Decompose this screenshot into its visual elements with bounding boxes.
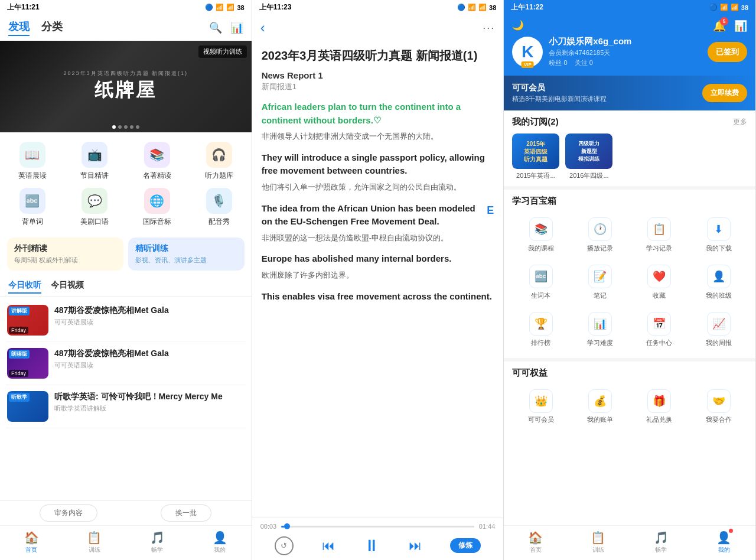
vip-banner: 可可会员 精选8千期美剧电影新闻演讲课程 立即续费 xyxy=(504,76,755,110)
sign-in-button[interactable]: 已签到 xyxy=(708,42,747,62)
view-more-btn[interactable]: 审务内容 xyxy=(40,504,97,522)
task-center-icon: 📅 xyxy=(647,312,671,336)
morning-reading-icon: 📖 xyxy=(19,142,45,168)
header-action-icons: 🌙 🔔 5 📊 xyxy=(512,19,747,32)
tool-my-courses[interactable]: 📚 我的课程 xyxy=(512,213,569,258)
notes-icon: 📝 xyxy=(588,265,612,288)
list-item[interactable]: 朗读版 Friday 487期谷爱凌惊艳亮相Met Gala 可可英语晨读 xyxy=(6,342,246,385)
renew-button[interactable]: 立即续费 xyxy=(702,84,747,102)
task-center-label: 任务中心 xyxy=(646,338,672,347)
next-button[interactable]: ⏭ xyxy=(409,538,422,554)
nav-home-1[interactable]: 🏠 首页 xyxy=(0,526,63,560)
icon-classics[interactable]: 📚 名著精读 xyxy=(127,138,187,184)
list-content-2: 487期谷爱凌惊艳亮相Met Gala 可可英语晨读 xyxy=(54,348,245,370)
batch-btn[interactable]: 换一批 xyxy=(161,504,211,522)
feature-card-magazine[interactable]: 外刊精读 每周5期 权威外刊解读 xyxy=(7,237,123,271)
profile-stats: 粉丝 0 关注 0 xyxy=(549,58,702,67)
sub-item-2[interactable]: 四级听力新题型模拟训练 2016年四级... xyxy=(565,134,612,180)
benefit-partner[interactable]: 🤝 我要合作 xyxy=(690,385,747,429)
tab-category[interactable]: 分类 xyxy=(41,19,63,36)
more-button[interactable]: ··· xyxy=(483,22,495,34)
nav-home-3[interactable]: 🏠 首页 xyxy=(504,526,566,560)
subscription-list: 2015年英语四级听力真题 2015年英语... 四级听力新题型模拟训练 201… xyxy=(512,134,747,180)
icon-phonetics[interactable]: 🌐 国际音标 xyxy=(127,184,187,230)
benefit-vip-label: 可可会员 xyxy=(528,415,554,424)
tab-discovery[interactable]: 发现 xyxy=(8,19,30,36)
nav-learn-3[interactable]: 🎵 畅学 xyxy=(630,526,692,560)
tool-favorites[interactable]: ❤️ 收藏 xyxy=(631,260,687,305)
subscription-section: 我的订阅(2) 更多 2015年英语四级听力真题 2015年英语... 四级听力… xyxy=(504,110,755,186)
sub-item-1[interactable]: 2015年英语四级听力真题 2015年英语... xyxy=(512,134,559,180)
benefit-gift[interactable]: 🎁 礼品兑换 xyxy=(631,385,687,429)
benefit-vip[interactable]: 👑 可可会员 xyxy=(512,385,569,429)
my-courses-label: 我的课程 xyxy=(528,244,554,253)
back-button[interactable]: ‹ xyxy=(260,19,265,36)
feature-card-listening[interactable]: 精听训练 影视、资讯、演讲多主题 xyxy=(128,237,245,271)
status-bar-1: 上午11:21 🔵 📶 📶 38 xyxy=(0,0,252,15)
prev-button[interactable]: ⏮ xyxy=(322,538,335,554)
tab-today-listen[interactable]: 今日收听 xyxy=(8,280,41,294)
signal-icon: 📊 xyxy=(734,19,747,32)
list-item[interactable]: 讲解版 Friday 487期谷爱凌惊艳亮相Met Gala 可可英语晨读 xyxy=(6,299,246,342)
audio-bar: 00:03 01:44 ↺ ⏮ ⏸ ⏭ 修炼 xyxy=(252,517,504,560)
weekly-report-label: 我的周报 xyxy=(706,338,732,347)
benefit-billing[interactable]: 💰 我的账单 xyxy=(572,385,628,429)
icon-program[interactable]: 📺 节目精讲 xyxy=(64,138,124,184)
tool-downloads[interactable]: ⬇ 我的下载 xyxy=(690,213,747,258)
list-content-3: 听歌学英语: 可怜可怜我吧！Mercy Mercy Me 听歌学英语讲解版 xyxy=(54,391,245,413)
benefits-grid: 👑 可可会员 💰 我的账单 🎁 礼品兑换 🤝 我要合作 xyxy=(512,385,747,429)
replay-button[interactable]: ↺ xyxy=(275,536,294,555)
vip-badge: VIP xyxy=(522,61,534,68)
para-5-en: This enables visa free movement across t… xyxy=(262,290,494,304)
list-title-2: 487期谷爱凌惊艳亮相Met Gala xyxy=(54,348,245,359)
tool-task-center[interactable]: 📅 任务中心 xyxy=(631,307,687,352)
article-subtitle: News Report 1 xyxy=(262,70,494,80)
today-tabs: 今日收听 今日视频 xyxy=(0,275,252,297)
status-time-3: 上午11:22 xyxy=(511,2,543,12)
tool-my-class[interactable]: 👤 我的班级 xyxy=(690,260,747,305)
icon-grid: 📖 英语晨读 📺 节目精讲 📚 名著精读 🎧 听力题库 xyxy=(0,132,252,184)
nav-mine-1[interactable]: 👤 我的 xyxy=(188,526,251,560)
home-icon: 🏠 xyxy=(24,530,39,545)
study-record-label: 学习记录 xyxy=(646,244,672,253)
progress-track[interactable] xyxy=(281,526,474,528)
vip-days: 会员剩余47462185天 xyxy=(549,48,702,57)
toolbox-title: 学习百宝箱 xyxy=(512,196,556,207)
stats-icon[interactable]: 📊 xyxy=(230,21,243,34)
icon-vocabulary[interactable]: 🔤 背单词 xyxy=(2,184,62,230)
icon-listening[interactable]: 🎧 听力题库 xyxy=(189,138,249,184)
icon-morning-reading[interactable]: 📖 英语晨读 xyxy=(2,138,62,184)
program-icon: 📺 xyxy=(82,142,107,168)
icon-grid-2: 🔤 背单词 💬 美剧口语 🌐 国际音标 🎙️ 配音秀 xyxy=(0,184,252,233)
tool-play-history[interactable]: 🕐 播放记录 xyxy=(572,213,628,258)
moon-icon[interactable]: 🌙 xyxy=(512,19,524,32)
benefit-gift-icon: 🎁 xyxy=(647,389,671,413)
tab-today-video[interactable]: 今日视频 xyxy=(51,280,84,294)
tool-vocabulary[interactable]: 🔤 生词本 xyxy=(512,260,569,305)
tool-difficulty[interactable]: 📊 学习难度 xyxy=(572,307,628,352)
tool-weekly-report[interactable]: 📈 我的周报 xyxy=(690,307,747,352)
list-item[interactable]: 听歌学 听歌学英语: 可怜可怜我吧！Mercy Mercy Me 听歌学英语讲解… xyxy=(6,385,246,428)
nav-train-1[interactable]: 📋 训练 xyxy=(63,526,125,560)
banner[interactable]: 2023年3月英语四级听力真题 新闻报道(1) 纸牌屋 视频听力训练 xyxy=(0,41,252,132)
subscription-more[interactable]: 更多 xyxy=(733,117,747,127)
tool-notes[interactable]: 📝 笔记 xyxy=(572,260,628,305)
nav-train-3[interactable]: 📋 训练 xyxy=(567,526,630,560)
tool-study-record[interactable]: 📋 学习记录 xyxy=(631,213,687,258)
article-title: 2023年3月英语四级听力真题 新闻报道(1) xyxy=(262,48,494,63)
magazine-title: 外刊精读 xyxy=(14,243,116,254)
drama-icon: 💬 xyxy=(82,188,107,214)
search-icon[interactable]: 🔍 xyxy=(209,21,222,34)
icon-drama[interactable]: 💬 美剧口语 xyxy=(64,184,124,230)
benefit-billing-label: 我的账单 xyxy=(587,415,613,424)
list-content-1: 487期谷爱凌惊艳亮相Met Gala 可可英语晨读 xyxy=(54,305,245,327)
sub-thumb-1: 2015年英语四级听力真题 xyxy=(512,134,559,169)
nav-mine-3[interactable]: 👤 我的 xyxy=(693,526,755,560)
tool-ranking[interactable]: 🏆 排行榜 xyxy=(512,307,569,352)
icon-dubbing[interactable]: 🎙️ 配音秀 xyxy=(189,184,249,230)
para-3-en: The idea from the African Union has been… xyxy=(262,202,484,229)
play-pause-button[interactable]: ⏸ xyxy=(363,536,380,555)
nav-learn-1[interactable]: 🎵 畅学 xyxy=(126,526,188,560)
difficulty-icon: 📊 xyxy=(588,312,612,336)
practice-button[interactable]: 修炼 xyxy=(450,538,481,553)
